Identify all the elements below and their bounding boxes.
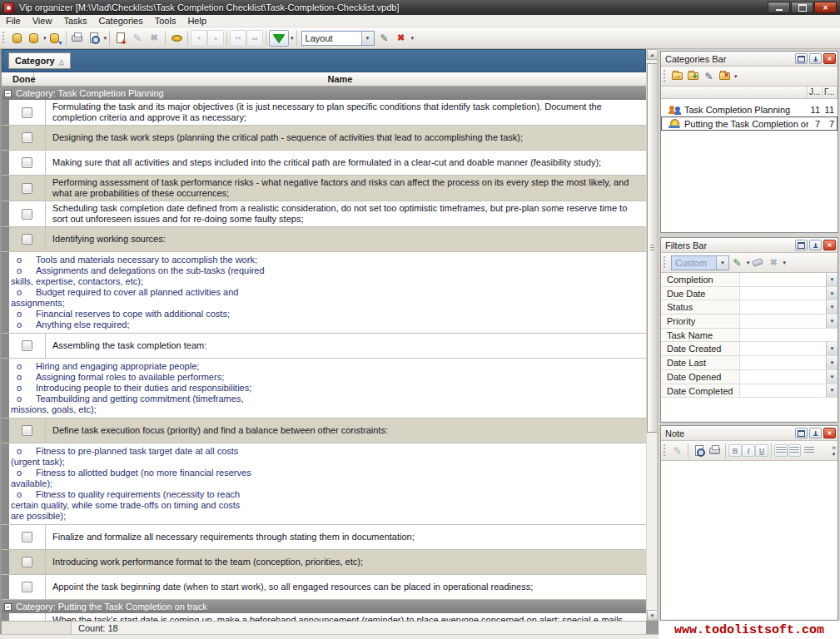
task-checkbox[interactable] xyxy=(22,582,32,592)
move-bottom-icon[interactable]: ▾▾ xyxy=(230,30,246,47)
toolbar-grip[interactable] xyxy=(2,32,4,45)
menu-categories[interactable]: Categories xyxy=(93,15,149,27)
task-checkbox[interactable] xyxy=(22,340,32,351)
filter-value[interactable] xyxy=(740,329,838,342)
task-note-row[interactable]: oHiring and engaging appropriate people;… xyxy=(2,359,646,419)
filters-overflow-icon[interactable]: ▾ xyxy=(783,260,787,266)
lamp-dropdown-icon[interactable]: ▾ xyxy=(291,35,294,42)
filter-dropdown-icon[interactable] xyxy=(826,315,838,328)
menu-view[interactable]: View xyxy=(27,15,58,27)
bold-icon[interactable]: B xyxy=(728,444,742,457)
category-row[interactable]: Task Completion Planning1111 xyxy=(661,102,838,116)
new-database-icon[interactable] xyxy=(8,30,25,47)
categories-close-icon[interactable] xyxy=(823,53,836,64)
underline-icon[interactable]: U xyxy=(755,444,768,457)
print-dropdown-icon[interactable]: ▾ xyxy=(104,35,107,42)
category-row[interactable]: Putting the Task Completion on track77 xyxy=(661,116,838,131)
open-database-icon[interactable] xyxy=(25,30,42,47)
menu-tools[interactable]: Tools xyxy=(149,15,182,27)
italic-icon[interactable]: I xyxy=(742,444,755,457)
filter-value[interactable] xyxy=(740,356,826,369)
categories-col2-header[interactable]: Г... xyxy=(823,87,838,98)
note-print-preview-icon[interactable] xyxy=(691,443,707,458)
delete-task-icon[interactable] xyxy=(146,30,162,47)
filter-preset-dropdown-button[interactable] xyxy=(716,256,728,270)
category-group-row[interactable]: Category: Task Completion Planning xyxy=(2,87,646,100)
task-row[interactable]: Designing the task work steps (planning … xyxy=(2,126,646,151)
group-category-button[interactable]: Category xyxy=(8,52,71,69)
filter-value[interactable] xyxy=(740,342,826,355)
column-header-done[interactable]: Done xyxy=(2,72,34,86)
view-note-icon[interactable] xyxy=(168,30,185,47)
filter-value[interactable] xyxy=(740,287,826,300)
delete-layout-icon[interactable] xyxy=(393,30,410,47)
task-row[interactable]: Define task execution focus (priority) a… xyxy=(2,419,646,443)
categories-overflow-icon[interactable]: ▾ xyxy=(734,73,738,80)
filter-value[interactable] xyxy=(740,384,826,398)
task-row[interactable]: Assembling the task completion team: xyxy=(2,334,646,359)
edit-category-icon[interactable] xyxy=(701,69,717,84)
vertical-scrollbar[interactable] xyxy=(646,49,657,621)
task-row[interactable]: Making sure that all activities and step… xyxy=(2,151,646,176)
task-checkbox[interactable] xyxy=(22,234,32,245)
task-checkbox[interactable] xyxy=(22,209,32,220)
highlight-lamp-icon[interactable] xyxy=(269,30,289,47)
print-icon[interactable] xyxy=(69,30,86,47)
note-title-bar[interactable]: Note xyxy=(661,426,838,441)
minimize-button[interactable] xyxy=(768,2,790,13)
filters-bar-title-bar[interactable]: Filters Bar xyxy=(661,238,838,253)
task-note-row[interactable]: oFitness to pre-planned task target date… xyxy=(2,443,646,525)
note-overflow-icon[interactable] xyxy=(832,445,836,457)
task-checkbox[interactable] xyxy=(22,183,32,194)
task-checkbox[interactable] xyxy=(22,107,32,118)
task-row[interactable]: Scheduling task completion date defined … xyxy=(2,201,646,227)
column-header-name[interactable]: Name xyxy=(34,72,646,86)
filter-dropdown-icon[interactable] xyxy=(826,370,838,384)
print-preview-icon[interactable] xyxy=(86,30,102,47)
save-filter-icon[interactable] xyxy=(729,255,745,270)
delete-category-icon[interactable] xyxy=(717,69,733,84)
filter-dropdown-icon[interactable] xyxy=(826,287,838,300)
task-row[interactable]: Formulating the task and its major objec… xyxy=(2,100,646,126)
task-checkbox[interactable] xyxy=(22,532,32,542)
filters-toolbar-grip[interactable] xyxy=(664,256,665,270)
align-left-icon[interactable] xyxy=(774,444,788,457)
layout-combobox[interactable]: Layout xyxy=(301,31,375,46)
edit-task-icon[interactable] xyxy=(129,30,146,47)
maximize-button[interactable] xyxy=(791,2,813,13)
task-row[interactable]: When the task's start date is coming up,… xyxy=(2,613,646,621)
filters-close-icon[interactable] xyxy=(823,240,836,250)
task-row[interactable]: Introducing work performance format to t… xyxy=(2,550,646,575)
collapse-icon[interactable] xyxy=(4,603,12,611)
filter-dropdown-icon[interactable] xyxy=(826,342,838,355)
task-checkbox[interactable] xyxy=(22,132,32,143)
categories-maximize-icon[interactable] xyxy=(795,53,808,64)
toolbar-overflow-icon[interactable]: ▾ xyxy=(411,35,415,42)
title-bar[interactable]: Vip organizer [M:\Vlad\Checklists\Task C… xyxy=(0,0,840,15)
task-row[interactable]: Identifying working sources: xyxy=(2,227,646,252)
task-row[interactable]: Finalize and formalize all necessary req… xyxy=(2,525,646,550)
task-checkbox[interactable] xyxy=(22,557,32,567)
move-top-icon[interactable]: ▴▴ xyxy=(246,30,263,47)
menu-file[interactable]: File xyxy=(0,15,27,27)
task-row[interactable]: Performing assessment of task performanc… xyxy=(2,176,646,201)
task-row[interactable]: Appoint the task beginning date (when to… xyxy=(2,575,646,600)
note-close-icon[interactable] xyxy=(823,428,836,438)
move-up-icon[interactable]: ▴ xyxy=(207,30,224,47)
new-task-icon[interactable] xyxy=(112,30,129,47)
filter-dropdown-icon[interactable] xyxy=(826,356,838,369)
note-print-icon[interactable] xyxy=(707,443,723,458)
apply-layout-icon[interactable] xyxy=(376,30,393,47)
bullet-list-icon[interactable] xyxy=(801,443,817,458)
align-right-icon[interactable] xyxy=(788,444,801,457)
filter-dropdown-icon[interactable] xyxy=(826,273,838,286)
menu-tasks[interactable]: Tasks xyxy=(57,15,92,27)
layout-dropdown-button[interactable] xyxy=(361,32,374,45)
filter-dropdown-icon[interactable] xyxy=(826,384,838,398)
categories-bar-title-bar[interactable]: Categories Bar xyxy=(661,52,838,67)
category-group-row[interactable]: Category: Putting the Task Completion on… xyxy=(2,600,646,613)
filter-value[interactable] xyxy=(740,273,826,286)
menu-help[interactable]: Help xyxy=(181,15,212,27)
new-subcategory-icon[interactable] xyxy=(685,69,701,84)
new-category-icon[interactable] xyxy=(669,69,685,84)
